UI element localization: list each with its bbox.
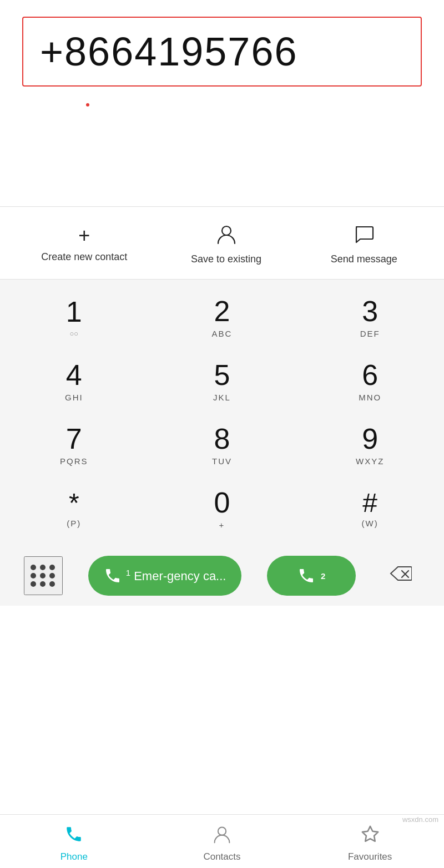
svg-point-3: [218, 827, 226, 835]
save-to-existing-btn[interactable]: Save to existing: [188, 224, 265, 265]
dot-8: [40, 581, 46, 587]
key-3-letters: DEF: [360, 329, 380, 338]
favourites-nav-icon: [361, 825, 380, 848]
dot-2: [40, 565, 46, 570]
create-new-contact-btn[interactable]: + Create new contact: [41, 226, 127, 263]
key-hash[interactable]: # (W): [320, 476, 420, 540]
phone-number: +8664195766: [40, 29, 297, 74]
key-8-letters: TUV: [212, 456, 232, 466]
key-4-letters: GHI: [65, 393, 83, 402]
key-7-number: 7: [66, 423, 82, 455]
save-to-existing-label: Save to existing: [191, 253, 261, 265]
watermark: wsxdn.com: [402, 815, 438, 824]
bottom-nav: Phone Contacts Favourites: [0, 814, 444, 868]
svg-marker-4: [362, 826, 377, 841]
keypad-row-2: 4 GHI 5 JKL 6 MNO: [0, 349, 444, 413]
call-btn-wrap: 2: [267, 556, 356, 596]
create-new-contact-label: Create new contact: [41, 251, 127, 263]
dots-grid: [31, 565, 56, 587]
plus-icon: +: [78, 226, 90, 246]
nav-phone-label: Phone: [60, 851, 88, 862]
dot-3: [49, 565, 55, 570]
key-hash-number: #: [362, 489, 377, 518]
key-4[interactable]: 4 GHI: [24, 349, 124, 413]
key-1-number: 1: [66, 296, 82, 328]
key-4-number: 4: [66, 359, 82, 391]
dot-4: [31, 573, 36, 578]
dot-6: [49, 573, 55, 578]
send-message-btn[interactable]: Send message: [325, 224, 403, 265]
phone-display-section: +8664195766: [0, 0, 444, 98]
nav-phone[interactable]: Phone: [38, 825, 110, 862]
message-icon: [354, 224, 375, 248]
key-hash-letters: (W): [362, 519, 379, 528]
key-6[interactable]: 6 MNO: [320, 349, 420, 413]
key-2-number: 2: [214, 296, 230, 327]
key-9-number: 9: [362, 423, 378, 455]
nav-favourites[interactable]: Favourites: [334, 825, 406, 862]
key-6-letters: MNO: [359, 393, 381, 402]
key-star-letters: (P): [67, 519, 81, 528]
dot-5: [40, 573, 46, 578]
key-9-letters: WXYZ: [356, 456, 384, 466]
delete-btn[interactable]: [381, 556, 420, 595]
keypad-row-1: 1 ○○ 2 ABC 3 DEF: [0, 285, 444, 349]
send-message-label: Send message: [331, 253, 397, 265]
bottom-action-row: 1 Emer-gency ca... 2: [0, 546, 444, 606]
keypad-row-4: * (P) 0 + # (W): [0, 476, 444, 540]
dot-1: [31, 565, 36, 570]
contacts-nav-icon: [213, 825, 231, 848]
key-star[interactable]: * (P): [24, 476, 124, 540]
phone-number-box: +8664195766: [22, 17, 422, 87]
key-1-letters: ○○: [69, 329, 78, 338]
spacer: [0, 106, 444, 206]
key-0-number: 0: [214, 487, 230, 519]
key-7-letters: PQRS: [60, 456, 88, 466]
key-3-number: 3: [362, 296, 378, 327]
emergency-call-icon: [104, 567, 122, 585]
delete-icon: [390, 564, 412, 587]
key-3[interactable]: 3 DEF: [320, 285, 420, 349]
key-0-letters: +: [219, 520, 225, 530]
dot-7: [31, 581, 36, 587]
key-2[interactable]: 2 ABC: [172, 285, 272, 349]
key-7[interactable]: 7 PQRS: [24, 413, 124, 476]
key-9[interactable]: 9 WXYZ: [320, 413, 420, 476]
keypad-row-3: 7 PQRS 8 TUV 9 WXYZ: [0, 413, 444, 476]
emergency-call-btn[interactable]: 1 Emer-gency ca...: [88, 556, 242, 596]
person-icon: [216, 224, 237, 248]
key-8[interactable]: 8 TUV: [172, 413, 272, 476]
key-5-number: 5: [214, 359, 230, 391]
phone-nav-icon: [64, 825, 83, 848]
emergency-call-wrap: 1 Emer-gency ca...: [88, 556, 242, 596]
key-6-number: 6: [362, 359, 378, 391]
keypad: 1 ○○ 2 ABC 3 DEF 4 GHI 5 JKL 6 MNO 7 PQR…: [0, 280, 444, 546]
key-2-letters: ABC: [212, 329, 233, 338]
key-5[interactable]: 5 JKL: [172, 349, 272, 413]
nav-contacts[interactable]: Contacts: [186, 825, 258, 862]
call-icon: [297, 567, 315, 585]
svg-point-0: [222, 226, 231, 235]
nav-favourites-label: Favourites: [348, 851, 392, 862]
call-btn[interactable]: 2: [267, 556, 356, 596]
nav-contacts-label: Contacts: [203, 851, 240, 862]
dialpad-toggle-btn[interactable]: [24, 556, 63, 595]
key-8-number: 8: [214, 423, 230, 455]
key-star-number: *: [69, 489, 79, 518]
key-1[interactable]: 1 ○○: [24, 285, 124, 349]
key-0[interactable]: 0 +: [172, 476, 272, 540]
key-5-letters: JKL: [213, 393, 231, 402]
dot-9: [49, 581, 55, 587]
action-row: + Create new contact Save to existing Se…: [0, 207, 444, 279]
emergency-call-label: 1 Emer-gency ca...: [126, 568, 226, 583]
